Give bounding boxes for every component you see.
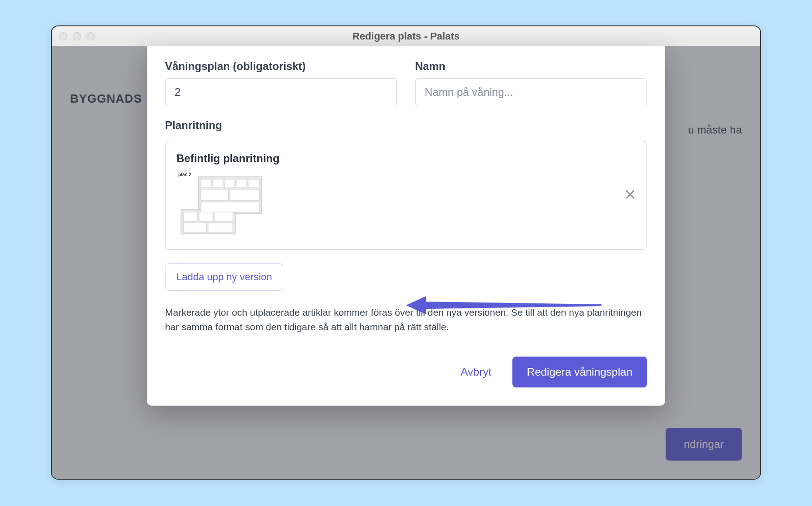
maximize-window-button[interactable]	[86, 32, 95, 40]
floor-input[interactable]	[165, 78, 397, 106]
minimize-window-button[interactable]	[73, 32, 81, 40]
close-icon	[625, 189, 636, 200]
close-window-button[interactable]	[59, 32, 67, 40]
upload-new-version-button[interactable]: Ladda upp ny version	[165, 263, 283, 291]
svg-rect-12	[201, 202, 259, 212]
floorplan-icon	[176, 170, 267, 238]
svg-rect-15	[215, 212, 233, 221]
titlebar: Redigera plats - Palats	[52, 26, 760, 46]
svg-rect-5	[201, 179, 211, 188]
name-field: Namn	[415, 60, 647, 106]
traffic-lights	[59, 32, 95, 40]
submit-button[interactable]: Redigera våningsplan	[512, 357, 647, 387]
svg-rect-14	[199, 212, 213, 221]
field-row: Våningsplan (obligatoriskt) Namn	[165, 60, 647, 106]
name-input[interactable]	[415, 78, 647, 106]
floor-field: Våningsplan (obligatoriskt)	[165, 60, 397, 106]
app-window: Redigera plats - Palats BYGGNADS u måste…	[51, 25, 761, 480]
svg-rect-17	[208, 223, 233, 232]
svg-rect-10	[201, 189, 228, 200]
upload-help-text: Markerade ytor och utplacerade artiklar …	[165, 305, 647, 334]
svg-rect-6	[213, 179, 223, 188]
svg-rect-8	[236, 179, 246, 188]
svg-rect-9	[248, 179, 259, 188]
floor-label: Våningsplan (obligatoriskt)	[165, 60, 397, 73]
floorplan-thumbnail[interactable]: plan 2	[176, 170, 267, 238]
existing-plan-box: Befintlig planritning plan 2	[165, 141, 647, 250]
name-label: Namn	[415, 60, 647, 73]
svg-rect-11	[230, 189, 259, 200]
svg-rect-13	[184, 212, 197, 221]
remove-plan-button[interactable]	[625, 189, 636, 202]
existing-plan-title: Befintlig planritning	[176, 152, 636, 165]
plan-section-label: Planritning	[165, 119, 647, 132]
modal-footer: Avbryt Redigera våningsplan	[165, 357, 647, 387]
cancel-button[interactable]: Avbryt	[453, 361, 499, 383]
svg-rect-16	[184, 223, 206, 232]
window-title: Redigera plats - Palats	[52, 30, 760, 42]
svg-rect-7	[225, 179, 235, 188]
edit-floor-modal: Våningsplan (obligatoriskt) Namn Planrit…	[147, 46, 665, 406]
floorplan-thumb-label: plan 2	[178, 172, 191, 177]
